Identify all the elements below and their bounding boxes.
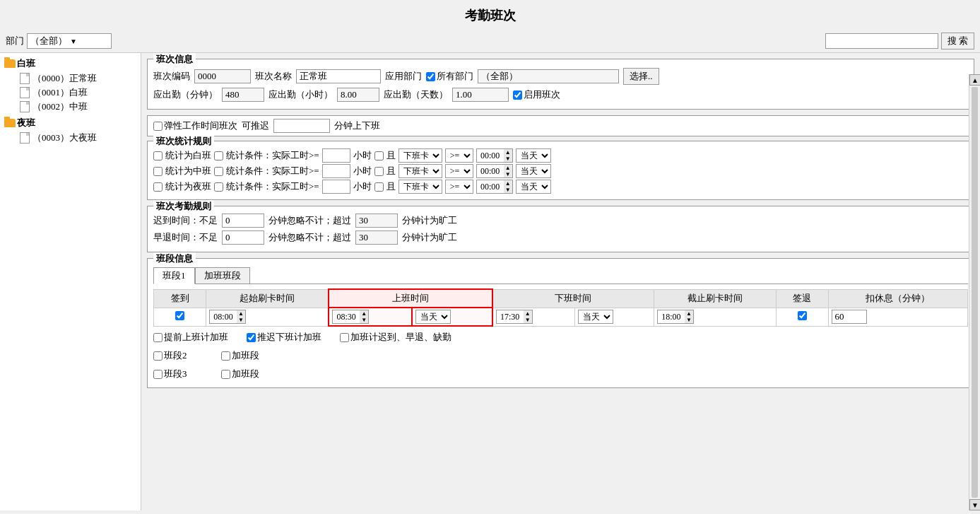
stats-time2[interactable]: ▲ ▼	[476, 164, 513, 178]
time-down-btn2[interactable]: ▼	[504, 171, 512, 177]
end-card-input[interactable]	[658, 310, 685, 323]
work-start-down[interactable]: ▼	[360, 317, 368, 323]
stats-time1-input[interactable]	[477, 149, 504, 162]
start-card-input[interactable]	[210, 310, 237, 323]
stats-day1[interactable]: 当天	[516, 148, 551, 163]
early-overtime-wrap: 提前上班计加班	[153, 331, 228, 344]
work-end-input[interactable]	[497, 310, 524, 323]
stats-time3[interactable]: ▲ ▼	[476, 180, 513, 194]
stats-sel1-1[interactable]: 下班卡	[399, 148, 442, 163]
work-end-day-select[interactable]: 当天	[578, 310, 613, 324]
end-card-down[interactable]: ▼	[685, 317, 693, 323]
band2-overtime-cb[interactable]	[221, 351, 230, 361]
early-input[interactable]	[222, 230, 264, 245]
rest-input[interactable]	[832, 310, 867, 324]
stats-day3[interactable]: 当天	[516, 180, 551, 194]
name-input[interactable]	[296, 69, 381, 83]
stats-sel1-2[interactable]: >=	[445, 148, 473, 163]
stats-and3-cb[interactable]	[374, 182, 384, 192]
band3-overtime-cb[interactable]	[221, 370, 230, 379]
dept-value-input[interactable]	[478, 69, 619, 83]
all-dept-checkbox[interactable]	[426, 72, 435, 81]
stats-day-cb[interactable]	[153, 151, 163, 160]
stats-and1-cb[interactable]	[374, 151, 384, 160]
band3-overtime-wrap: 加班段	[221, 368, 259, 380]
band-tab-overtime[interactable]: 加班班段	[195, 267, 250, 284]
end-card-up[interactable]: ▲	[685, 310, 693, 317]
stats-val1[interactable]	[322, 148, 350, 163]
work-end-spinner[interactable]: ▲ ▼	[496, 310, 533, 324]
tree-group-night-header[interactable]: 夜班	[3, 115, 138, 131]
overtime-rule-cb[interactable]	[340, 333, 349, 342]
code-input[interactable]	[194, 69, 251, 83]
scroll-up-btn[interactable]: ▲	[969, 74, 980, 86]
time-up-btn2[interactable]: ▲	[504, 165, 512, 171]
tree-group-day-header[interactable]: 白班	[3, 56, 138, 71]
stats-mid-cb[interactable]	[153, 167, 163, 176]
work-day-input[interactable]	[452, 88, 509, 102]
stats-val3[interactable]	[322, 180, 350, 194]
flexible-wrap: 弹性工作时间班次	[153, 119, 237, 132]
band-tab-1[interactable]: 班段1	[153, 267, 195, 284]
work-start-spinner[interactable]: ▲ ▼	[332, 310, 369, 324]
stats-sel2-1[interactable]: 下班卡	[399, 164, 442, 178]
late-input[interactable]	[222, 214, 264, 228]
time-up-btn3[interactable]: ▲	[504, 180, 512, 187]
work-min-input[interactable]	[222, 88, 264, 102]
time-down-btn3[interactable]: ▼	[504, 187, 512, 193]
work-start-day-select[interactable]: 当天	[415, 310, 451, 324]
delay-input[interactable]	[273, 119, 330, 133]
flexible-checkbox[interactable]	[153, 122, 163, 131]
search-input[interactable]	[825, 33, 938, 49]
stats-and2-label: 且	[386, 165, 396, 177]
tree-item-0000[interactable]: （0000）正常班	[3, 71, 138, 86]
stats-day2[interactable]: 当天	[516, 164, 551, 178]
stats-cond1-cb[interactable]	[214, 151, 223, 160]
tree-item-0002[interactable]: （0002）中班	[3, 100, 138, 114]
work-day-label: 应出勤（天数）	[384, 88, 448, 101]
work-hour-input[interactable]	[337, 88, 379, 102]
dept-select[interactable]: （全部） ▼	[27, 33, 112, 49]
time-down-btn[interactable]: ▼	[504, 156, 512, 162]
stats-day-label: 统计为白班	[165, 149, 211, 162]
end-card-spinner[interactable]: ▲ ▼	[657, 310, 694, 324]
checkin-checkbox[interactable]	[175, 311, 184, 320]
stats-and2-cb[interactable]	[374, 167, 384, 176]
work-start-up[interactable]: ▲	[360, 310, 368, 317]
scrollbar: ▲ ▼	[969, 74, 980, 510]
select-dept-button[interactable]: 选择..	[623, 68, 659, 85]
delay-overtime-cb[interactable]	[247, 333, 256, 342]
tree-item-0001[interactable]: （0001）白班	[3, 86, 138, 100]
early-overtime-cb[interactable]	[153, 333, 163, 342]
stats-sel3-1[interactable]: 下班卡	[399, 180, 442, 194]
stats-cond2-cb[interactable]	[214, 167, 223, 176]
stats-val2[interactable]	[322, 164, 350, 178]
band3-cb[interactable]	[153, 370, 163, 379]
stats-time1[interactable]: ▲ ▼	[476, 148, 513, 163]
band2-cb[interactable]	[153, 351, 163, 361]
stats-mid-label: 统计为中班	[165, 165, 211, 177]
early-overtime-label: 提前上班计加班	[164, 331, 228, 344]
time-up-btn[interactable]: ▲	[504, 149, 512, 156]
checkout-cell	[776, 308, 828, 326]
work-end-up[interactable]: ▲	[524, 310, 532, 317]
stats-sel2-2[interactable]: >=	[445, 164, 473, 178]
tree-item-0003[interactable]: （0003）大夜班	[3, 131, 138, 145]
stats-time3-input[interactable]	[477, 180, 504, 193]
stats-unit1: 小时	[353, 149, 372, 162]
stats-time2-input[interactable]	[477, 165, 504, 177]
late-over-input[interactable]	[355, 214, 398, 228]
enable-checkbox[interactable]	[513, 90, 522, 100]
stats-cond3-cb[interactable]	[214, 182, 223, 192]
scroll-down-btn[interactable]: ▼	[969, 499, 980, 510]
work-start-input[interactable]	[333, 310, 360, 323]
search-button[interactable]: 搜 索	[941, 33, 974, 49]
checkout-checkbox[interactable]	[798, 311, 807, 320]
stats-sel3-2[interactable]: >=	[445, 180, 473, 194]
start-card-down[interactable]: ▼	[237, 317, 245, 323]
early-over-input[interactable]	[355, 230, 398, 245]
start-card-up[interactable]: ▲	[237, 310, 245, 317]
work-end-down[interactable]: ▼	[524, 317, 532, 323]
stats-night-cb[interactable]	[153, 182, 163, 192]
start-card-spinner[interactable]: ▲ ▼	[209, 310, 246, 324]
